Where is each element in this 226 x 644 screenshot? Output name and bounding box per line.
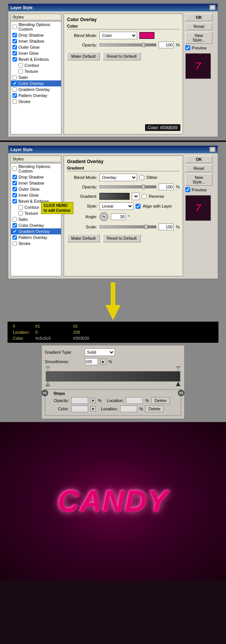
grad-stop-top-left[interactable] <box>46 367 50 371</box>
angle-dial[interactable] <box>99 212 108 221</box>
color-swatch-1[interactable] <box>139 32 154 39</box>
dialog-2-close[interactable]: ✕ <box>209 147 215 152</box>
d2-gradient-swatch[interactable] <box>99 193 130 200</box>
stops-color-delete-btn[interactable]: Delete <box>145 405 164 412</box>
d2-style-inner-glow[interactable]: Inner Glow <box>11 192 61 198</box>
grad-smooth-input[interactable] <box>85 358 98 365</box>
d2-cb-blending[interactable] <box>12 166 17 171</box>
reset-to-default-btn-1[interactable]: Reset to Default <box>103 52 141 60</box>
style-checkbox-contour[interactable] <box>18 63 23 68</box>
d2-style-stroke[interactable]: Stroke <box>11 240 61 247</box>
style-checkbox-bevel-emboss[interactable] <box>12 57 17 62</box>
ok-btn-2[interactable]: OK <box>185 156 212 163</box>
d2-reverse-check[interactable] <box>142 194 147 199</box>
stops-opacity-loc-input[interactable] <box>126 397 143 404</box>
stops-color-loc-input[interactable] <box>120 405 137 412</box>
preview-checkbox-2[interactable] <box>185 187 190 192</box>
d2-cb-satin[interactable] <box>12 217 17 222</box>
d2-scale-input[interactable] <box>159 223 174 230</box>
d2-opacity-input[interactable] <box>159 183 174 190</box>
style-checkbox-inner-glow[interactable] <box>12 51 17 55</box>
d2-cb-inner-shadow[interactable] <box>12 181 17 185</box>
d2-opacity-thumb[interactable] <box>142 185 145 189</box>
style-item-pattern-overlay[interactable]: Pattern Overlay <box>11 92 61 99</box>
style-item-gradient-overlay[interactable]: Gradient Overlay <box>11 86 61 92</box>
opacity-input-1[interactable] <box>159 42 174 48</box>
new-style-btn-1[interactable]: New Style... <box>185 32 212 44</box>
style-item-inner-shadow[interactable]: Inner Shadow <box>11 38 61 44</box>
new-style-btn-2[interactable]: New Style... <box>185 174 212 186</box>
ok-btn-1[interactable]: OK <box>185 14 212 21</box>
d2-gradient-select-btn[interactable] <box>132 193 139 200</box>
style-checkbox-blending[interactable] <box>12 25 17 29</box>
d2-style-pattern-overlay[interactable]: Pattern Overlay <box>11 234 61 240</box>
style-item-texture[interactable]: Texture <box>11 68 61 74</box>
make-default-btn-1[interactable]: Make Default <box>67 52 100 60</box>
d2-style-contour[interactable]: Contour CLICK HERE! to edit Contour <box>11 204 61 210</box>
d2-make-default-btn[interactable]: Make Default <box>67 234 100 242</box>
d2-cb-outer-glow[interactable] <box>12 187 17 191</box>
grad-stop-bottom-right[interactable] <box>176 382 180 386</box>
style-item-outer-glow[interactable]: Outer Glow <box>11 44 61 50</box>
style-item-contour[interactable]: Contour <box>11 62 61 68</box>
d2-cb-inner-glow[interactable] <box>12 193 17 197</box>
style-item-color-overlay[interactable]: Color Overlay <box>11 80 61 86</box>
d2-angle-input[interactable] <box>111 213 126 220</box>
d2-style-outer-glow[interactable]: Outer Glow <box>11 186 61 192</box>
style-checkbox-gradient-overlay[interactable] <box>12 87 17 92</box>
d2-style-satin[interactable]: Satin <box>11 216 61 222</box>
stops-opacity-arrow[interactable]: ▶ <box>90 398 96 403</box>
d2-cb-texture[interactable] <box>18 211 23 216</box>
style-checkbox-outer-glow[interactable] <box>12 45 17 49</box>
d2-scale-slider[interactable] <box>99 225 156 228</box>
d2-cb-pattern-overlay[interactable] <box>12 235 17 240</box>
style-item-inner-glow[interactable]: Inner Glow <box>11 50 61 56</box>
grad-stop-bottom-left[interactable] <box>46 382 50 386</box>
d2-style-color-overlay[interactable]: Color Overlay <box>11 222 61 228</box>
dialog-1-close[interactable]: ✕ <box>209 5 215 10</box>
style-item-satin[interactable]: Satin <box>11 74 61 80</box>
style-item-stroke[interactable]: Stroke <box>11 99 61 105</box>
grad-smooth-stepper[interactable]: ▶ <box>100 359 106 365</box>
d2-style-inner-shadow[interactable]: Inner Shadow <box>11 180 61 186</box>
reset-btn-2[interactable]: Reset <box>185 165 212 172</box>
style-checkbox-pattern-overlay[interactable] <box>12 93 17 98</box>
grad-stop-top-right[interactable] <box>176 367 180 371</box>
style-item-bevel-emboss[interactable]: Bevel & Emboss <box>11 56 61 62</box>
style-checkbox-stroke[interactable] <box>12 99 17 104</box>
d2-cb-contour[interactable] <box>18 205 23 210</box>
d2-opacity-slider[interactable] <box>99 185 156 188</box>
style-checkbox-satin[interactable] <box>12 75 17 80</box>
style-checkbox-drop-shadow[interactable] <box>12 33 17 37</box>
reset-btn-1[interactable]: Reset <box>185 23 212 30</box>
d2-cb-gradient-overlay[interactable] <box>12 229 17 234</box>
style-checkbox-texture[interactable] <box>18 69 23 74</box>
stops-color-input[interactable] <box>71 405 88 412</box>
d2-cb-bevel[interactable] <box>12 199 17 203</box>
d2-align-check[interactable] <box>136 204 140 209</box>
d2-reset-to-default-btn[interactable]: Reset to Default <box>103 234 141 242</box>
d2-cb-stroke[interactable] <box>12 241 17 246</box>
preview-checkbox-1[interactable] <box>185 45 190 50</box>
grad-type-select[interactable]: Solid <box>85 348 115 356</box>
style-checkbox-inner-shadow[interactable] <box>12 39 17 43</box>
d2-style-gradient-overlay[interactable]: Gradient Overlay <box>11 228 61 234</box>
d2-cb-drop-shadow[interactable] <box>12 175 17 179</box>
gradient-bar[interactable] <box>46 371 180 382</box>
d2-dither-check[interactable] <box>139 175 144 180</box>
d2-blend-select[interactable]: Overlay <box>99 174 137 181</box>
style-checkbox-color-overlay[interactable] <box>12 81 17 86</box>
stops-opacity-delete-btn[interactable]: Delete <box>151 397 170 404</box>
d2-style-blending[interactable]: Blending Options: Custom <box>11 163 61 174</box>
stops-opacity-input[interactable] <box>71 397 88 404</box>
style-item-blending[interactable]: Blending Options: Custom <box>11 22 61 32</box>
d2-style-select[interactable]: Linear <box>99 202 133 210</box>
blend-mode-select[interactable]: Color <box>99 32 137 39</box>
d2-style-drop-shadow[interactable]: Drop Shadow <box>11 174 61 180</box>
opacity-slider-1[interactable] <box>99 43 156 46</box>
d2-cb-color-overlay[interactable] <box>12 223 17 228</box>
stops-color-arrow[interactable]: ▶ <box>90 406 96 411</box>
d2-scale-thumb[interactable] <box>145 225 148 229</box>
style-item-drop-shadow[interactable]: Drop Shadow <box>11 32 61 38</box>
opacity-slider-thumb-1[interactable] <box>142 43 145 47</box>
